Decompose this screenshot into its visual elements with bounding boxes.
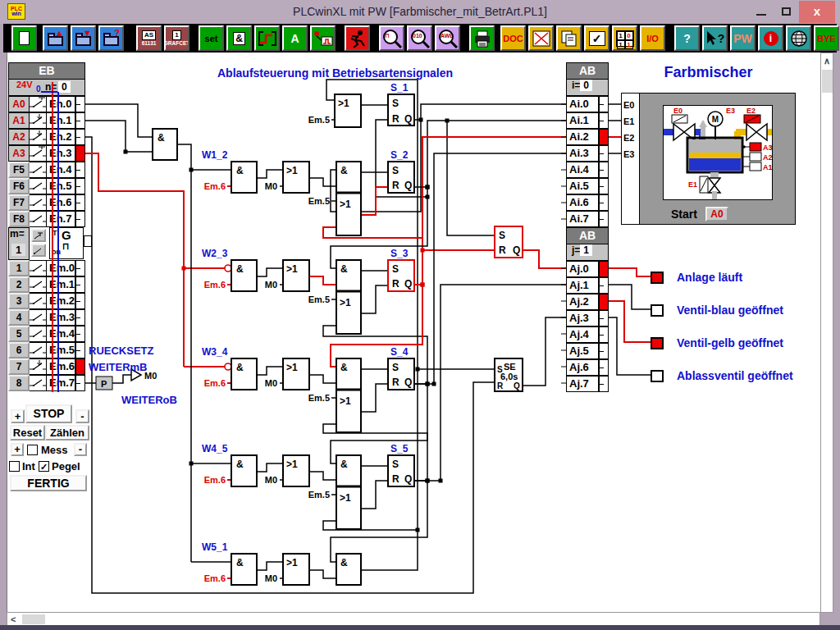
- rail-0v: [57, 92, 59, 392]
- eb-row-En.1-key[interactable]: A1: [8, 112, 30, 129]
- eb-row-En.6-indicator: [75, 194, 85, 211]
- print-icon[interactable]: [469, 25, 495, 51]
- zaehlen-button[interactable]: Zählen: [45, 425, 89, 441]
- eb-row-En.6-switch-icon[interactable]: [30, 194, 46, 211]
- open-question-icon[interactable]: ?: [98, 25, 124, 51]
- eb-row-Em.7-label: Em.7: [46, 375, 75, 391]
- zoom-awl-icon[interactable]: AWL: [435, 25, 460, 51]
- delete-icon[interactable]: [528, 25, 554, 51]
- mess-checkbox[interactable]: [27, 445, 38, 455]
- vertical-scrollbar[interactable]: ∧: [820, 52, 833, 613]
- tank-blue-layer: [689, 158, 741, 171]
- eb-row-Em.0-switch-icon[interactable]: [30, 260, 46, 276]
- as61131-icon[interactable]: AS61131: [136, 25, 162, 51]
- new-file-icon[interactable]: [11, 25, 37, 51]
- eb-row-En.7-switch-icon[interactable]: [30, 211, 46, 227]
- scroll-left-icon[interactable]: <: [11, 614, 16, 624]
- eb-row-Em.5-key[interactable]: 6: [8, 342, 30, 358]
- set-icon[interactable]: set: [199, 25, 224, 51]
- eb-row-En.3-switch-icon[interactable]: [30, 145, 46, 162]
- context-help-icon[interactable]: ?: [702, 25, 728, 51]
- eb-row-Em.0-key[interactable]: 1: [8, 260, 30, 276]
- io-icon[interactable]: I/O: [640, 25, 665, 51]
- pegel-checkbox[interactable]: ✓: [39, 461, 49, 472]
- bye-icon[interactable]: BYE: [814, 25, 839, 51]
- ab-out-index-value: 1: [580, 244, 592, 256]
- step-icon[interactable]: [254, 25, 280, 51]
- eb-row-Em.5-indicator: [75, 342, 85, 358]
- eb-row-En.5-switch-icon[interactable]: [30, 178, 46, 194]
- ab-out-indicator-Aj.1: [599, 277, 609, 294]
- zoom-binary-icon[interactable]: 010: [407, 25, 432, 51]
- info-icon[interactable]: i: [758, 25, 783, 51]
- io-grid-icon[interactable]: 1011: [612, 25, 637, 51]
- int-checkbox[interactable]: [9, 461, 20, 472]
- www-icon[interactable]: [786, 25, 811, 51]
- eb-row-Em.3-switch-icon[interactable]: [30, 309, 46, 326]
- label-ruecksetz: RUECKSETZ: [89, 345, 153, 357]
- eb-row-Em.2-switch-icon[interactable]: [30, 293, 46, 309]
- horizontal-scroll-thumb[interactable]: [22, 614, 45, 624]
- start-a0-button[interactable]: A0: [705, 207, 728, 221]
- copy-icon[interactable]: [556, 25, 582, 51]
- eb-row-En.3-key[interactable]: A3: [8, 145, 30, 162]
- speed-plus-button[interactable]: +: [11, 409, 25, 423]
- address-icon[interactable]: A: [282, 25, 308, 51]
- eb-row-En.1-switch-icon[interactable]: [30, 112, 46, 129]
- reset-button[interactable]: Reset: [10, 425, 45, 441]
- eb-row-Em.3-key[interactable]: 4: [8, 309, 30, 326]
- scroll-up-icon[interactable]: ∧: [821, 53, 833, 66]
- eb-row-En.4-switch-icon[interactable]: [30, 162, 46, 178]
- mess-minus-button[interactable]: -: [74, 443, 87, 456]
- input-byte-panel: EB24V0n=0A0En.0A1En.1A2En.2A3En.3F5En.4F…: [8, 62, 85, 391]
- status-item-2: Ventil-gelb geöffnet: [651, 336, 783, 349]
- zoom-awl-icon-text: AWL: [441, 33, 454, 39]
- eb-row-Em.2-key[interactable]: 3: [8, 293, 30, 309]
- open-up-icon[interactable]: ▲: [43, 25, 68, 51]
- eb-row-En.2-key[interactable]: A2: [8, 129, 30, 145]
- eb-row-Em.6-key[interactable]: 7: [8, 358, 30, 375]
- eb-row-Em.7-key[interactable]: 8: [8, 375, 30, 391]
- manual-pulse-button[interactable]: [31, 244, 46, 257]
- minimize-button[interactable]: [750, 3, 773, 21]
- eb-row-En.7-key[interactable]: F8: [8, 211, 30, 227]
- run-icon[interactable]: [345, 25, 370, 51]
- check-icon[interactable]: ✓: [584, 25, 609, 51]
- speed-minus-button[interactable]: -: [75, 409, 89, 423]
- eb-row-Em.1-key[interactable]: 2: [8, 276, 30, 293]
- eb-row-Em.6-switch-icon[interactable]: [30, 358, 46, 375]
- eb-row-Em.1-switch-icon[interactable]: [30, 276, 46, 293]
- close-button[interactable]: x: [799, 1, 835, 23]
- maximize-button[interactable]: [774, 3, 797, 21]
- eb-row-Em.5-switch-icon[interactable]: [30, 342, 46, 358]
- horizontal-scrollbar[interactable]: <: [7, 612, 820, 626]
- doc-icon[interactable]: DOC: [500, 25, 526, 51]
- zoom-trace-icon[interactable]: ⊓: [379, 25, 404, 51]
- eb-row-En.0-key[interactable]: A0: [8, 96, 30, 112]
- eb-row-En.3-indicator: [75, 145, 85, 162]
- eb-row-En.0-switch-icon[interactable]: [30, 96, 46, 112]
- label-a3: A3: [763, 144, 772, 152]
- open-down-icon[interactable]: ▼: [71, 25, 96, 51]
- process-panel: E0 E1 E2 E3 E0 M E3: [621, 93, 796, 225]
- valve-e1-icon: [709, 178, 720, 185]
- grafcet-icon[interactable]: 1GRAFCET: [164, 25, 189, 51]
- fertig-button[interactable]: FERTIG: [10, 475, 87, 491]
- manual-toggle-button[interactable]: [31, 229, 46, 242]
- relay-icon[interactable]: [310, 25, 336, 51]
- eb-row-En.5-key[interactable]: F6: [8, 178, 30, 194]
- ab-in-indicator-Ai.5: [599, 178, 609, 194]
- eb-row-En.4-key[interactable]: F5: [8, 162, 30, 178]
- stop-button[interactable]: STOP: [25, 404, 72, 423]
- eb-row-Em.7-switch-icon[interactable]: [30, 375, 46, 391]
- password-icon[interactable]: PW: [730, 25, 756, 51]
- ab-out-header: AB: [566, 227, 609, 244]
- eb-row-Em.4-switch-icon[interactable]: [30, 326, 46, 342]
- mess-plus-button[interactable]: +: [11, 443, 24, 456]
- help-icon[interactable]: ?: [674, 25, 700, 51]
- and-gate-icon[interactable]: &: [226, 25, 252, 51]
- eb-row-En.2-switch-icon[interactable]: [30, 129, 46, 145]
- vertical-scroll-thumb[interactable]: [822, 70, 833, 93]
- eb-row-Em.4-key[interactable]: 5: [8, 326, 30, 342]
- eb-row-En.6-key[interactable]: F7: [8, 194, 30, 211]
